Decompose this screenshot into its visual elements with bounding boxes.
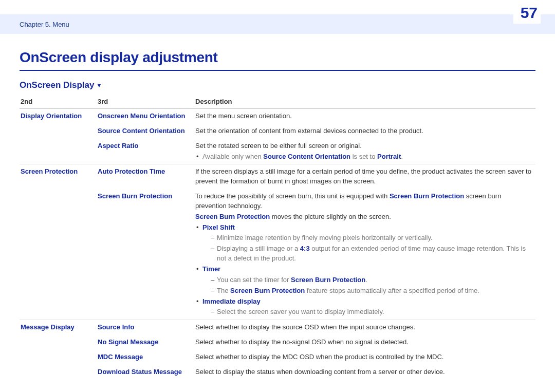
desc-paragraph: Screen Burn Protection moves the picture… <box>195 212 532 222</box>
bullet-label: Pixel Shift <box>202 223 235 231</box>
table-row: Screen Burn Protection To reduce the pos… <box>20 189 535 320</box>
cell-3rd: Source Content Orientation <box>98 127 185 135</box>
table-row: No Signal Message Select whether to disp… <box>20 335 535 350</box>
text: The <box>217 287 230 294</box>
triangle-down-icon: ▼ <box>97 82 102 88</box>
note-text: Available only when <box>202 153 263 160</box>
cell-desc: Select whether to display the source OSD… <box>195 323 415 331</box>
inline-link: Screen Burn Protection <box>195 213 270 220</box>
text: moves the picture slightly on the screen… <box>270 213 391 220</box>
th-2nd: 2nd <box>20 95 97 109</box>
cell-2nd: Message Display <box>21 323 75 331</box>
sub-item: Minimize image retention by finely movin… <box>202 233 532 243</box>
table-row: Screen Protection Auto Protection Time I… <box>20 164 535 189</box>
cell-desc: Select whether to display the MDC OSD wh… <box>195 353 443 361</box>
bullet-label: Timer <box>202 265 220 273</box>
page-content: OnScreen display adjustment OnScreen Dis… <box>20 49 535 380</box>
table-row: Source Content Orientation Set the orien… <box>20 124 535 139</box>
inline-link: Screen Burn Protection <box>390 192 464 200</box>
inline-link: 4:3 <box>300 245 310 252</box>
page-title: OnScreen display adjustment <box>20 49 535 71</box>
section-title-text: OnScreen Display <box>20 80 95 90</box>
inline-link: Screen Burn Protection <box>230 287 305 294</box>
sub-item: The Screen Burn Protection feature stops… <box>202 286 532 296</box>
bullet-item: Pixel Shift Minimize image retention by … <box>195 223 532 264</box>
cell-desc: Select whether to display the no-signal … <box>195 338 409 346</box>
cell-3rd: Auto Protection Time <box>98 167 165 175</box>
cell-3rd: Download Status Message <box>98 368 182 376</box>
bullet-item: Immediate display Select the screen save… <box>195 297 532 318</box>
cell-3rd: Onscreen Menu Orientation <box>98 112 185 120</box>
sub-item: Displaying a still image or a 4:3 output… <box>202 244 532 264</box>
note-link: Source Content Orientation <box>263 153 350 160</box>
cell-desc: Set the rotated screen to be either full… <box>195 141 532 151</box>
cell-3rd: Screen Burn Protection <box>98 192 172 200</box>
cell-3rd: No Signal Message <box>98 338 158 346</box>
th-desc: Description <box>194 95 535 109</box>
page-number: 57 <box>513 4 541 24</box>
section-title: OnScreen Display ▼ <box>20 80 535 90</box>
table-row: Display Orientation Onscreen Menu Orient… <box>20 109 535 124</box>
inline-link: Screen Burn Protection <box>291 276 365 284</box>
menu-table: 2nd 3rd Description Display Orientation … <box>20 95 535 380</box>
table-row: MDC Message Select whether to display th… <box>20 350 535 365</box>
bullet-label: Immediate display <box>202 297 261 305</box>
cell-desc: If the screen displays a still image for… <box>195 167 531 185</box>
sub-item: You can set the timer for Screen Burn Pr… <box>202 275 532 285</box>
table-row: Aspect Ratio Set the rotated screen to b… <box>20 139 535 164</box>
note-text: is set to <box>350 153 377 160</box>
cell-desc: Select to display the status when downlo… <box>195 368 445 376</box>
text: You can set the timer for <box>217 276 291 284</box>
text: To reduce the possibility of screen burn… <box>195 192 390 200</box>
desc-paragraph: To reduce the possibility of screen burn… <box>195 192 532 211</box>
breadcrumb: Chapter 5. Menu <box>20 21 69 28</box>
sub-item: Select the screen saver you want to disp… <box>202 307 532 317</box>
cell-3rd: Source Info <box>98 323 135 331</box>
cell-desc: Set the orientation of content from exte… <box>195 127 423 135</box>
cell-3rd: MDC Message <box>98 353 143 361</box>
th-3rd: 3rd <box>97 95 194 109</box>
text: feature stops automatically after a spec… <box>305 287 479 294</box>
note-text: . <box>401 153 403 160</box>
cell-3rd: Aspect Ratio <box>98 142 138 150</box>
note-link: Portrait <box>377 153 401 160</box>
text: . <box>365 276 367 284</box>
bullet-item: Timer You can set the timer for Screen B… <box>195 265 532 296</box>
cell-desc: Set the menu screen orientation. <box>195 112 292 120</box>
cell-2nd: Display Orientation <box>21 112 82 120</box>
text: Displaying a still image or a <box>217 245 300 252</box>
note-item: Available only when Source Content Orien… <box>195 152 532 162</box>
table-row: Message Display Source Info Select wheth… <box>20 320 535 335</box>
table-header-row: 2nd 3rd Description <box>20 95 535 109</box>
header-band: Chapter 5. Menu <box>0 14 555 34</box>
cell-2nd: Screen Protection <box>21 167 78 175</box>
table-row: Download Status Message Select to displa… <box>20 365 535 380</box>
